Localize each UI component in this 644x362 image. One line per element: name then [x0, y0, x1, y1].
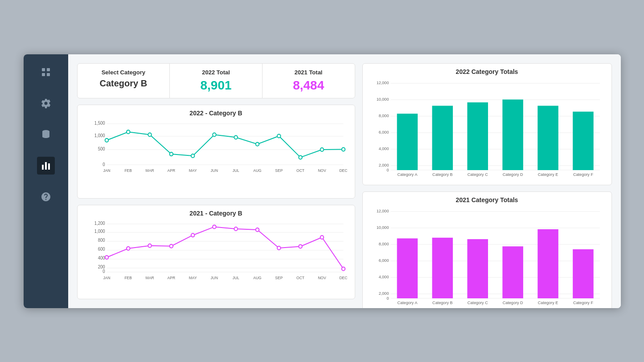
svg-point-26	[320, 148, 324, 151]
svg-point-62	[277, 246, 281, 250]
svg-text:AUG: AUG	[253, 276, 262, 280]
svg-text:6,000: 6,000	[378, 130, 389, 134]
svg-text:OCT: OCT	[296, 168, 305, 172]
svg-text:FEB: FEB	[124, 168, 132, 172]
svg-text:DEC: DEC	[339, 168, 347, 172]
svg-text:12,000: 12,000	[376, 81, 389, 85]
svg-point-16	[105, 138, 108, 142]
bar-chart-2022: 2022 Category Totals 12,000 10,000 8,000…	[362, 63, 612, 185]
svg-point-54	[105, 256, 108, 259]
svg-text:MAR: MAR	[145, 276, 154, 280]
category-label: Select Category	[102, 69, 145, 76]
svg-text:MAR: MAR	[145, 168, 154, 172]
svg-rect-94	[467, 102, 488, 170]
svg-text:SEP: SEP	[275, 168, 283, 172]
svg-text:APR: APR	[167, 276, 175, 280]
svg-text:Category F: Category F	[573, 172, 593, 177]
chart2021-title: 2021 - Category B	[85, 210, 348, 217]
svg-rect-119	[432, 237, 453, 298]
bar-chart-2021: 2021 Category Totals 12,000 10,000 8,000…	[362, 191, 612, 308]
svg-rect-2	[42, 73, 45, 76]
svg-point-19	[169, 152, 173, 156]
svg-rect-7	[48, 163, 50, 170]
svg-text:OCT: OCT	[296, 276, 305, 280]
svg-text:Category D: Category D	[502, 172, 523, 177]
grid-icon[interactable]	[37, 63, 55, 81]
svg-text:SEP: SEP	[275, 276, 283, 280]
svg-text:Category A: Category A	[397, 172, 418, 177]
svg-text:1,000: 1,000	[94, 229, 105, 234]
svg-text:JAN: JAN	[103, 168, 110, 172]
total2021-value: 8,484	[293, 78, 324, 93]
svg-rect-95	[502, 99, 523, 170]
svg-text:0: 0	[386, 296, 389, 301]
right-panel: 2022 Category Totals 12,000 10,000 8,000…	[362, 63, 612, 299]
svg-text:JUL: JUL	[232, 168, 239, 172]
svg-point-61	[255, 228, 259, 232]
sidebar	[24, 54, 68, 308]
svg-rect-121	[502, 246, 523, 298]
bar-chart-icon[interactable]	[37, 157, 55, 175]
svg-text:1,200: 1,200	[94, 221, 105, 226]
svg-text:NOV: NOV	[318, 168, 326, 172]
svg-text:10,000: 10,000	[376, 97, 389, 102]
svg-rect-92	[397, 114, 418, 170]
svg-text:8,000: 8,000	[378, 242, 389, 246]
svg-text:Category C: Category C	[467, 172, 488, 177]
svg-rect-0	[42, 68, 45, 71]
svg-rect-122	[537, 229, 558, 298]
svg-text:2,000: 2,000	[378, 291, 389, 296]
svg-text:0: 0	[103, 269, 105, 274]
bar2021-title: 2021 Category Totals	[370, 196, 604, 203]
svg-rect-1	[47, 68, 50, 71]
svg-text:JUL: JUL	[232, 276, 239, 280]
bar2022-title: 2022 Category Totals	[370, 68, 604, 75]
svg-rect-97	[573, 111, 594, 170]
svg-rect-96	[537, 106, 558, 170]
svg-text:Category D: Category D	[502, 301, 523, 305]
category-value: Category B	[99, 78, 147, 89]
chart2022-title: 2022 - Category B	[85, 110, 348, 117]
svg-text:800: 800	[98, 238, 105, 243]
stats-row: Select Category Category B 2022 Total 8,…	[77, 63, 355, 98]
svg-text:JUN: JUN	[210, 276, 218, 280]
svg-text:JUN: JUN	[210, 168, 218, 172]
svg-text:400: 400	[98, 256, 105, 260]
svg-point-63	[299, 244, 302, 248]
svg-rect-6	[45, 162, 47, 170]
svg-point-21	[213, 133, 216, 136]
svg-rect-93	[432, 106, 453, 170]
svg-point-60	[234, 227, 238, 231]
svg-text:MAY: MAY	[189, 276, 197, 280]
svg-point-23	[255, 142, 259, 146]
svg-text:4,000: 4,000	[378, 146, 389, 151]
svg-rect-120	[467, 239, 488, 298]
total2022-value: 8,901	[200, 78, 231, 93]
svg-point-22	[234, 135, 238, 139]
svg-text:10,000: 10,000	[376, 225, 389, 230]
main-content: Select Category Category B 2022 Total 8,…	[68, 54, 621, 308]
database-icon[interactable]	[37, 126, 55, 143]
settings-icon[interactable]	[37, 94, 55, 112]
svg-text:0: 0	[103, 162, 105, 167]
help-icon[interactable]	[37, 188, 55, 206]
total2022-card: 2022 Total 8,901	[170, 64, 263, 98]
svg-text:NOV: NOV	[318, 276, 326, 280]
svg-text:1,000: 1,000	[94, 133, 105, 138]
svg-text:6,000: 6,000	[378, 258, 389, 263]
line-chart-2022: 2022 - Category B 1,500 1,000 500 0	[77, 105, 355, 199]
svg-point-27	[341, 147, 345, 151]
svg-text:Category E: Category E	[537, 301, 558, 305]
category-card[interactable]: Select Category Category B	[78, 64, 170, 98]
svg-rect-5	[42, 165, 44, 170]
svg-point-57	[169, 244, 173, 248]
svg-text:1,500: 1,500	[94, 120, 105, 125]
svg-point-64	[320, 236, 324, 239]
svg-point-20	[191, 154, 194, 158]
svg-rect-123	[573, 249, 594, 298]
svg-point-17	[126, 130, 130, 134]
svg-point-58	[191, 233, 194, 237]
svg-text:Category B: Category B	[432, 301, 453, 305]
svg-point-59	[213, 225, 216, 228]
svg-text:500: 500	[98, 146, 105, 151]
